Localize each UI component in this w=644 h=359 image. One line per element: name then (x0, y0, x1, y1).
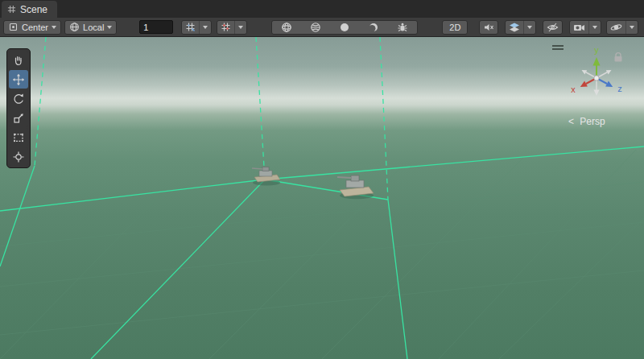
axis-y-label: y (594, 45, 599, 55)
camera-split-button[interactable] (569, 20, 601, 35)
axis-x-label: x (571, 85, 576, 94)
chevron-down-icon (527, 26, 532, 29)
tab-label: Scene (20, 4, 47, 15)
tab-scene[interactable]: Scene (2, 1, 57, 18)
tool-palette (6, 48, 31, 168)
ground-grid (0, 150, 644, 359)
scene-object-tank-1[interactable] (252, 167, 280, 186)
vertex-snap-button[interactable] (217, 21, 234, 34)
grid-snap-dropdown[interactable] (199, 21, 211, 34)
moon-toggle-button[interactable] (359, 21, 388, 34)
transform-tool-button[interactable] (9, 147, 28, 166)
grid-snap-icon (185, 22, 196, 32)
scene-toolbar: Center Local (0, 18, 644, 37)
mode-2d-button[interactable]: 2D (442, 20, 468, 35)
move-tool-button[interactable] (9, 70, 28, 89)
audio-icon (483, 22, 494, 33)
pivot-center-icon (8, 22, 19, 32)
transform-icon (12, 151, 25, 163)
rotate-tool-button[interactable] (9, 89, 28, 108)
layers-split-button[interactable] (505, 20, 536, 35)
chevron-down-icon (238, 26, 243, 29)
axis-y-handle[interactable] (593, 57, 601, 78)
audio-toggle-button[interactable] (479, 20, 498, 35)
scale-tool-button[interactable] (9, 109, 28, 127)
moon-icon (368, 22, 379, 33)
visibility-toggle-button[interactable] (543, 20, 563, 35)
persp-chevron: < (568, 116, 574, 127)
vertex-snap-split-button[interactable] (217, 20, 247, 35)
grid-snap-button[interactable] (182, 21, 199, 34)
view-options-group (271, 20, 418, 35)
scale-icon (12, 112, 25, 125)
bug-icon (397, 22, 408, 33)
hand-icon (12, 54, 25, 67)
rotate-icon (12, 93, 25, 105)
layers-button[interactable] (506, 21, 523, 34)
move-icon (12, 73, 25, 86)
persp-label: Persp (580, 116, 605, 127)
hand-tool-button[interactable] (9, 51, 28, 69)
layers-icon (509, 22, 520, 33)
overlay-handle-icon[interactable] (552, 45, 564, 50)
axis-local-icon (69, 22, 80, 32)
scene-window: Scene Center Local (0, 0, 644, 359)
grid-snap-split-button[interactable] (181, 20, 212, 35)
rect-icon (12, 131, 25, 144)
gizmos-dropdown[interactable] (625, 21, 638, 34)
perspective-toggle[interactable]: < Persp (568, 116, 605, 127)
axis-z-label: z (617, 84, 622, 93)
pivot-label: Center (22, 23, 48, 32)
rect-tool-button[interactable] (9, 128, 28, 146)
mode-2d-label: 2D (449, 23, 460, 32)
wireframe-dashed-edges (35, 37, 388, 200)
eye-slash-icon (547, 22, 559, 33)
scene-render (0, 37, 644, 359)
camera-button[interactable] (570, 21, 588, 34)
orientation-overlay: y x z < Persp (551, 42, 642, 134)
tab-bar: Scene (0, 0, 644, 18)
chevron-down-icon (592, 26, 597, 29)
scene-viewport[interactable]: y x z < Persp (0, 37, 644, 359)
orientation-label: Local (83, 23, 104, 32)
camera-dropdown[interactable] (588, 21, 601, 34)
vertex-snap-icon (221, 22, 231, 32)
selection-wireframe (0, 37, 644, 359)
chevron-down-icon (203, 26, 208, 29)
axis-gizmo-center[interactable] (594, 76, 599, 80)
globe-icon (310, 22, 321, 33)
lock-icon[interactable] (615, 53, 622, 62)
gizmos-button[interactable] (607, 21, 625, 34)
scene-object-tank-2[interactable] (337, 175, 374, 199)
snap-increment-field[interactable] (139, 20, 173, 34)
circle-icon (339, 22, 350, 33)
layers-dropdown[interactable] (523, 21, 535, 34)
grid-icon (7, 5, 16, 14)
flat-circle-button[interactable] (330, 21, 359, 34)
bug-toggle-button[interactable] (388, 21, 417, 34)
chevron-down-icon (107, 26, 112, 29)
shading-mode-button[interactable] (272, 21, 301, 34)
gizmos-split-button[interactable] (606, 20, 638, 35)
chevron-down-icon (630, 26, 634, 29)
camera-icon (573, 22, 585, 33)
shaded-sphere-icon (281, 22, 292, 33)
axis-gizmo: y x z (571, 45, 622, 96)
globe-toggle-button[interactable] (301, 21, 330, 34)
chevron-down-icon (52, 26, 56, 29)
orientation-dropdown[interactable]: Local (64, 20, 117, 35)
pivot-dropdown[interactable]: Center (3, 20, 61, 35)
vertex-snap-dropdown[interactable] (234, 21, 246, 34)
gizmo-sphere-icon (610, 22, 622, 33)
